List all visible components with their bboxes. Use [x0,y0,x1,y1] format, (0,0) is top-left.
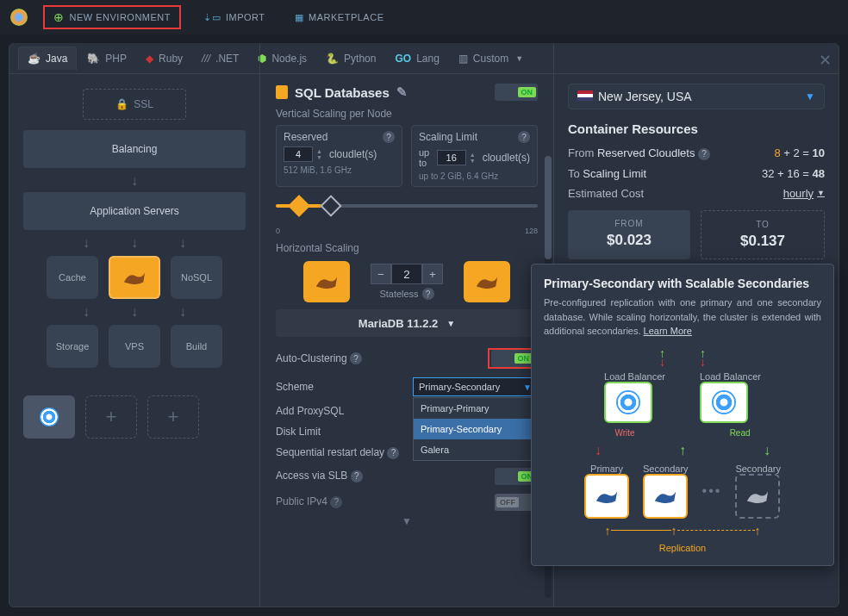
sql-tile[interactable] [109,256,160,299]
sql-enable-toggle[interactable]: ON [495,84,538,101]
arrow-down-icon: ↓ [179,235,186,251]
slider-handle-limit[interactable] [320,195,341,216]
balancing-layer[interactable]: Balancing [23,130,246,168]
scheme-option-primary-secondary[interactable]: Primary-Secondary [414,419,539,439]
node-count-stepper[interactable]: − + [371,264,443,284]
region-select[interactable]: New Jersey, USA ▼ [568,84,825,109]
add-proxysql-label: Add ProxySQL [276,405,344,417]
mariadb-seal-icon [122,269,147,286]
database-version-select[interactable]: MariaDB 11.2.2 ▼ [276,309,538,337]
tab-java[interactable]: ☕Java [18,47,77,70]
add-node-button[interactable]: + [85,395,137,439]
cost-period-select[interactable]: hourly ▼ [783,187,825,200]
help-icon[interactable]: ? [350,352,362,364]
cost-from-box: FROM $0.023 [568,210,690,259]
chevron-down-icon: ▼ [446,319,455,328]
import-label: IMPORT [226,12,265,22]
secondary-db-ghost [735,474,780,519]
ellipsis-icon: ••• [702,483,722,499]
ssl-toggle[interactable]: 🔒 SSL [83,89,186,120]
increment-button[interactable]: + [422,264,443,284]
chevron-down-icon: ▼ [805,90,815,103]
scaling-limit-stepper[interactable]: up to ▲▼ cloudlet(s) [419,147,530,168]
target-icon [616,390,640,414]
us-flag-icon [577,90,593,101]
help-icon[interactable]: ? [518,131,530,143]
scaling-limit-input[interactable] [437,150,466,165]
primary-db-node [584,474,629,519]
db-node-icon [464,261,510,302]
tab-ruby[interactable]: ◆Ruby [137,47,191,70]
topbar: ⊕ NEW ENVIRONMENT ⇣▭ IMPORT ▦ MARKETPLAC… [0,0,848,34]
node-count-input[interactable] [391,264,422,284]
import-button[interactable]: ⇣▭ IMPORT [196,9,272,27]
import-icon: ⇣▭ [203,12,221,23]
tab-dotnet[interactable]: ///.NET [193,47,247,70]
db-node-icon [303,261,350,302]
arrow-down-icon: ↓ [83,304,90,320]
scheme-dropdown: Primary-Primary Primary-Secondary Galera [413,397,539,461]
new-environment-label: NEW ENVIRONMENT [70,12,171,22]
cloudlet-slider[interactable] [276,194,538,220]
extra-node-tile[interactable] [23,395,75,439]
access-slb-label: Access via SLB [276,470,347,482]
add-node-button[interactable]: + [147,395,199,439]
scheme-info-popup: Primary-Secondary with Scalable Secondar… [531,264,834,566]
scheme-select[interactable]: Primary-Secondary ▼ Primary-Primary Prim… [413,377,538,396]
scaling-limit-card: Scaling Limit? up to ▲▼ cloudlet(s) up t… [411,125,538,187]
arrow-down-icon: ↓ [131,304,138,320]
horizontal-scaling-label: Horizontal Scaling [276,242,538,254]
marketplace-icon: ▦ [295,12,304,23]
vps-tile[interactable]: VPS [109,325,160,368]
estimated-cost-row: Estimated Cost hourly ▼ [568,187,825,200]
tab-php[interactable]: 🐘PHP [78,47,135,70]
scheme-label: Scheme [276,381,314,393]
reserved-value-input[interactable] [284,146,313,162]
scheme-option-primary-primary[interactable]: Primary-Primary [414,398,539,419]
chevron-down-icon: ▼ [817,189,825,197]
arrow-down-icon: ↓ [179,304,186,320]
learn-more-link[interactable]: Learn More [644,326,692,336]
auto-clustering-label: Auto-Clustering [276,352,347,364]
decrement-button[interactable]: − [371,264,391,284]
database-icon [276,85,288,99]
reserved-cloudlets-stepper[interactable]: ▲▼ cloudlet(s) [284,146,377,162]
help-icon[interactable]: ? [330,496,342,508]
edit-icon[interactable]: ✎ [396,84,408,100]
marketplace-label: MARKETPLACE [309,12,383,22]
expand-more-icon[interactable]: ▼ [276,515,538,527]
java-icon: ☕ [28,53,41,65]
cache-tile[interactable]: Cache [47,256,98,299]
arrow-down-icon: ↓ [131,235,138,251]
seq-restart-label: Sequential restart delay [276,446,384,458]
scrollbar-thumb[interactable] [545,156,552,259]
from-cloudlets-row: From Reserved Cloudlets ? 8 + 2 = 10 [568,146,825,160]
storage-tile[interactable]: Storage [47,325,98,368]
help-icon[interactable]: ? [698,148,710,160]
marketplace-button[interactable]: ▦ MARKETPLACE [288,9,391,27]
load-balancer-node [700,382,748,423]
new-environment-button[interactable]: ⊕ NEW ENVIRONMENT [43,5,181,29]
plus-circle-icon: ⊕ [53,10,65,24]
container-resources-title: Container Resources [568,121,825,136]
php-icon: 🐘 [87,53,100,65]
config-column: SQL Databases ✎ ON Vertical Scaling per … [259,44,554,607]
scheme-option-galera[interactable]: Galera [414,439,539,460]
help-icon[interactable]: ? [383,131,395,143]
ruby-icon: ◆ [146,53,153,65]
help-icon[interactable]: ? [387,447,399,459]
replication-diagram: ↑↓ ↑↓ Load Balancer Load Balancer Write … [544,349,821,553]
nosql-tile[interactable]: NoSQL [171,256,222,299]
secondary-db-node [643,474,688,519]
appservers-layer[interactable]: Application Servers [23,192,246,230]
reserved-card: Reserved? ▲▼ cloudlet(s) 512 MiB, 1.6 GH… [276,125,402,187]
auto-clustering-toggle[interactable]: ON [491,350,534,367]
arrow-down-icon: ↓ [83,235,90,251]
help-icon[interactable]: ? [422,288,434,300]
build-tile[interactable]: Build [171,325,222,368]
target-icon [40,408,59,426]
public-ipv4-label: Public IPv4 [276,495,327,507]
help-icon[interactable]: ? [351,470,363,482]
slider-handle-reserved[interactable] [289,195,310,216]
load-balancer-node [604,382,652,423]
